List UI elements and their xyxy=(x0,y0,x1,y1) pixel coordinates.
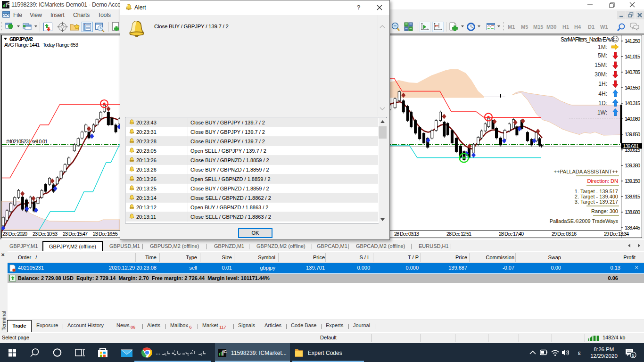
svg-text:...: ... xyxy=(156,349,160,356)
svg-text:IC: IC xyxy=(223,349,227,354)
svg-text:139.850: 139.850 xyxy=(625,132,640,137)
svg-text:++PALLADA ASSISTANT++: ++PALLADA ASSISTANT++ xyxy=(553,169,618,174)
svg-text:SarMAFilters_Nadia-EAv3: SarMAFilters_Nadia-EAv3 xyxy=(561,36,614,43)
svg-text:M1: M1 xyxy=(508,24,515,30)
svg-text:140.550: 140.550 xyxy=(625,85,640,90)
svg-text:11598239: ICMarket...: 11598239: ICMarket... xyxy=(231,350,287,356)
svg-text:15M:: 15M: xyxy=(594,62,607,68)
svg-text:140.785: 140.785 xyxy=(625,69,640,75)
svg-text:140.315: 140.315 xyxy=(625,100,640,106)
svg-text:141.250: 141.250 xyxy=(625,38,640,44)
svg-text:1M:: 1M: xyxy=(598,44,607,50)
svg-text:ε: ε xyxy=(578,349,581,356)
svg-text:139.150: 139.150 xyxy=(625,178,640,184)
svg-text:29 Dec 13:34: 29 Dec 13:34 xyxy=(604,231,629,237)
svg-text:4H:: 4H: xyxy=(598,90,607,97)
svg-text:AVG Range 1441 Today Range 6: AVG Range 1441 Today Range 653 xyxy=(4,42,78,48)
svg-text:IC: IC xyxy=(7,2,9,5)
svg-text:1D:: 1D: xyxy=(598,100,607,107)
svg-text:1H:: 1H: xyxy=(598,81,607,87)
svg-text:M30: M30 xyxy=(546,24,556,30)
svg-text:M5: M5 xyxy=(521,24,528,30)
svg-text:H1: H1 xyxy=(562,24,569,30)
svg-text:23 Dec 15:47: 23 Dec 15:47 xyxy=(63,231,88,237)
svg-text:23 Dec 2020: 23 Dec 2020 xyxy=(2,231,27,237)
svg-text:M15: M15 xyxy=(533,24,543,30)
svg-text:138.445: 138.445 xyxy=(625,225,640,230)
svg-text:#402105231 sell 0.01: #402105231 sell 0.01 xyxy=(6,139,48,144)
svg-text:5: 5 xyxy=(632,353,634,358)
svg-text:GBPJPY,M2: GBPJPY,M2 xyxy=(9,36,33,42)
svg-text:Direction: DN: Direction: DN xyxy=(587,178,618,184)
svg-text:1W:: 1W: xyxy=(597,109,607,116)
svg-text:23 Dec 10:53: 23 Dec 10:53 xyxy=(33,231,58,237)
svg-text:12/29/2020: 12/29/2020 xyxy=(590,353,618,359)
svg-text:28 Dec 17:40: 28 Dec 17:40 xyxy=(499,231,524,237)
svg-text:28 Dec 12:51: 28 Dec 12:51 xyxy=(446,231,471,237)
svg-text:140.080: 140.080 xyxy=(625,116,640,122)
svg-text:3. Target - 139.217: 3. Target - 139.217 xyxy=(575,199,618,205)
svg-text:30M:: 30M: xyxy=(594,71,607,78)
svg-text:H4: H4 xyxy=(574,24,581,30)
svg-text:23 Dec 16:55: 23 Dec 16:55 xyxy=(93,231,118,237)
svg-text:139.681: 139.681 xyxy=(623,143,639,149)
svg-text:5M:: 5M: xyxy=(598,52,607,59)
svg-text:D1: D1 xyxy=(588,24,594,30)
svg-text:138.915: 138.915 xyxy=(625,194,640,199)
svg-text:W1: W1 xyxy=(600,24,608,30)
svg-text:141.015: 141.015 xyxy=(625,54,640,59)
svg-text:Expert Codes: Expert Codes xyxy=(308,350,342,356)
svg-text:138.680: 138.680 xyxy=(625,209,640,215)
svg-text:PalladaSE.©2009 TradeWays: PalladaSE.©2009 TradeWays xyxy=(550,218,619,224)
svg-text:139.380: 139.380 xyxy=(625,163,640,168)
svg-text:Range: 300: Range: 300 xyxy=(591,208,618,214)
svg-text:29 Dec 03:16: 29 Dec 03:16 xyxy=(552,231,577,237)
svg-text:8:26 PM: 8:26 PM xyxy=(594,346,614,352)
svg-text:28 Dec 03:13: 28 Dec 03:13 xyxy=(394,231,419,237)
